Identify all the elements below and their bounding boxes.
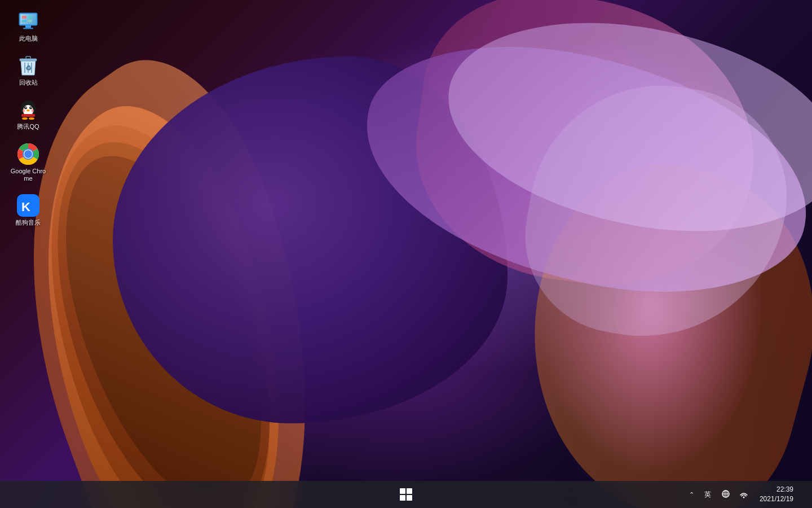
network-icon[interactable]: [737, 487, 751, 502]
recycle-bin-icon: ♻: [17, 54, 39, 77]
svg-point-22: [32, 110, 34, 112]
this-pc-label: 此电脑: [19, 35, 38, 42]
ime-icon[interactable]: [719, 487, 732, 502]
svg-point-25: [29, 117, 34, 120]
svg-rect-2: [20, 14, 36, 24]
win-logo-quad-3: [400, 495, 405, 501]
svg-rect-5: [22, 16, 27, 19]
svg-rect-23: [21, 114, 35, 117]
show-desktop-button[interactable]: [802, 483, 805, 506]
svg-rect-12: [20, 59, 37, 61]
clock-time: 22:39: [776, 485, 793, 494]
svg-point-18: [25, 107, 27, 108]
qq-icon: [17, 98, 39, 121]
desktop-icon-kuwo-music[interactable]: K 酷狗音乐: [6, 190, 51, 231]
svg-point-29: [24, 150, 32, 158]
win-logo-quad-1: [400, 488, 405, 494]
desktop-icon-this-pc[interactable]: 此电脑: [6, 6, 51, 47]
kuwo-music-label: 酷狗音乐: [16, 219, 41, 226]
svg-point-24: [22, 117, 28, 120]
svg-text:K: K: [21, 200, 30, 214]
svg-rect-7: [22, 20, 27, 22]
taskbar-center: [273, 483, 539, 506]
desktop-icon-recycle-bin[interactable]: ♻ 回收站: [6, 50, 51, 91]
desktop-icon-qq[interactable]: 腾讯QQ: [6, 94, 51, 135]
start-button[interactable]: [395, 483, 417, 506]
svg-point-19: [30, 107, 32, 108]
win-logo-quad-2: [407, 488, 412, 494]
svg-rect-8: [28, 20, 32, 22]
svg-rect-6: [28, 16, 32, 19]
desktop: 此电脑 ♻ 回收站: [0, 0, 812, 508]
kuwo-music-icon: K: [17, 194, 39, 217]
clock-datetime[interactable]: 22:39 2021/12/19: [755, 483, 798, 506]
svg-rect-4: [23, 28, 33, 29]
desktop-icon-google-chrome[interactable]: Google Chrome: [6, 138, 51, 187]
taskbar: ⌃ 英: [0, 481, 812, 508]
google-chrome-icon: [17, 143, 39, 165]
windows-logo-icon: [400, 488, 412, 501]
language-text: 英: [704, 491, 711, 498]
svg-point-36: [743, 496, 744, 498]
recycle-bin-label: 回收站: [19, 79, 38, 86]
svg-point-21: [23, 110, 25, 112]
wallpaper-ribbons: [0, 0, 812, 508]
win-logo-quad-4: [407, 495, 412, 501]
desktop-icons-area: 此电脑 ♻ 回收站: [0, 0, 45, 237]
language-indicator[interactable]: 英: [701, 488, 714, 502]
this-pc-icon: [17, 10, 39, 33]
tray-chevron-button[interactable]: ⌃: [687, 489, 696, 501]
google-chrome-label: Google Chrome: [8, 168, 48, 182]
svg-point-20: [27, 110, 30, 112]
svg-text:♻: ♻: [25, 64, 32, 72]
qq-label: 腾讯QQ: [17, 123, 39, 130]
taskbar-right: ⌃ 英: [539, 483, 805, 506]
svg-rect-3: [25, 25, 31, 28]
clock-date: 2021/12/19: [760, 494, 793, 504]
